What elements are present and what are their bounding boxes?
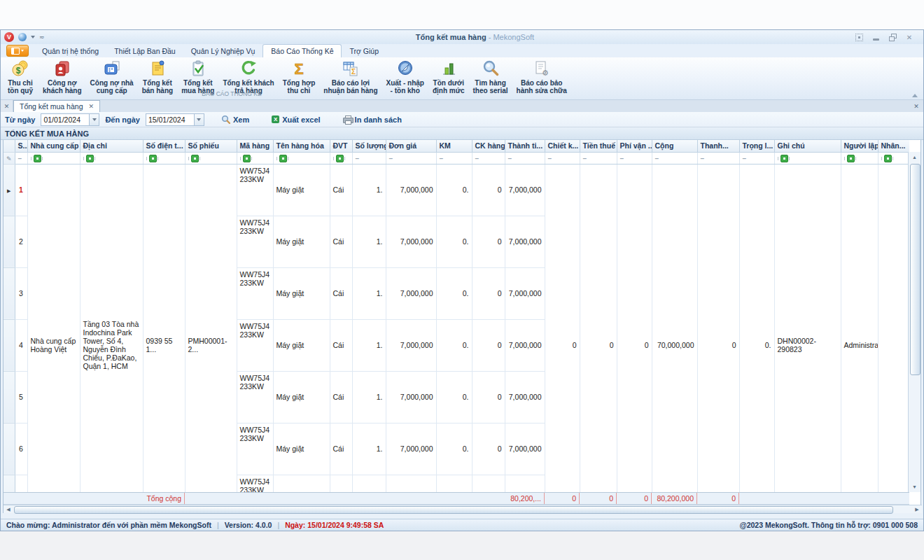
filter-cell-dvt[interactable] xyxy=(330,152,352,164)
cell-km[interactable]: 0. xyxy=(436,216,472,267)
scroll-up-icon[interactable]: ▲ xyxy=(909,152,920,162)
cell-ten-hang-hoa[interactable]: Máy giặt xyxy=(273,216,330,267)
cell-stt[interactable]: 2 xyxy=(15,216,27,267)
cell-thanh-toan[interactable]: 0 xyxy=(697,164,739,492)
cell-ck-hang[interactable]: 0 xyxy=(472,216,505,267)
scroll-left-icon[interactable]: ◀ xyxy=(4,505,13,513)
cell-ck-hang[interactable]: 0 xyxy=(472,371,505,423)
filter-cell-ma-hang[interactable] xyxy=(237,152,273,164)
cell-phi-van-chuyen[interactable]: 0 xyxy=(617,164,652,492)
filter-cell-chiet-khau[interactable]: – xyxy=(545,152,580,164)
cell-so-luong[interactable]: 1. xyxy=(352,475,386,492)
cell-ma-hang[interactable]: WW75J4233KW xyxy=(237,164,273,216)
column-header-dia-chi[interactable]: Địa chỉ xyxy=(80,140,143,152)
horizontal-scroll-thumb[interactable] xyxy=(14,506,893,514)
filter-cell-thanh-toan[interactable]: – xyxy=(697,152,739,164)
ribbon-button-inventory-compass[interactable]: Xuất - nhập - tồn kho xyxy=(382,57,428,94)
cell-ten-hang-hoa[interactable]: Máy giặt xyxy=(273,319,330,371)
print-list-button[interactable]: In danh sách xyxy=(340,115,405,124)
column-header-ma-hang[interactable]: Mã hàng xyxy=(237,140,273,152)
export-excel-button[interactable]: X Xuất excel xyxy=(269,115,323,124)
filter-cell-ten-hang-hoa[interactable] xyxy=(273,152,330,164)
minimize-button[interactable] xyxy=(872,33,880,41)
cell-ma-hang[interactable]: WW75J4233KW xyxy=(237,267,273,319)
cell-ma-hang[interactable]: WW75J4233KW xyxy=(237,423,273,475)
column-header-nhan-vien[interactable]: Nhân... xyxy=(878,140,909,152)
ribbon-tab-thiết-lập-ban-đầu[interactable]: Thiết Lập Ban Đầu xyxy=(106,45,183,57)
cell-don-gia[interactable]: 7,000,000 xyxy=(386,216,436,267)
to-date-input[interactable] xyxy=(146,115,194,124)
cell-ck-hang[interactable]: 0 xyxy=(472,475,505,492)
cell-stt[interactable]: 7 xyxy=(15,475,27,492)
close-tab-button[interactable]: ✕ xyxy=(1,100,13,112)
ribbon-tab-trợ-giúp[interactable]: Trợ Giúp xyxy=(342,45,386,57)
row-indicator[interactable] xyxy=(4,423,15,475)
cell-so-luong[interactable]: 1. xyxy=(352,164,386,216)
filter-cell-nguoi-lap[interactable] xyxy=(841,152,878,164)
filter-cell-tien-thue[interactable]: – xyxy=(580,152,617,164)
cell-so-luong[interactable]: 1. xyxy=(352,319,386,371)
column-header-chiet-khau[interactable]: Chiết k... xyxy=(545,140,580,152)
row-indicator[interactable] xyxy=(4,216,15,267)
cell-ck-hang[interactable]: 0 xyxy=(472,319,505,371)
column-header-so-luong[interactable]: Số lượng xyxy=(352,140,386,152)
cell-stt[interactable]: 6 xyxy=(15,423,27,475)
cell-so-luong[interactable]: 1. xyxy=(352,216,386,267)
cell-don-gia[interactable]: 7,000,000 xyxy=(386,475,436,492)
cell-stt[interactable]: 3 xyxy=(15,267,27,319)
ribbon-button-bar-chart[interactable]: Tồn dưới định mức xyxy=(428,57,469,94)
cell-so-luong[interactable]: 1. xyxy=(352,423,386,475)
column-header-thanh-toan[interactable]: Thanh... xyxy=(697,140,739,152)
cell-thanh-tien[interactable]: 7,000,000 xyxy=(505,267,545,319)
column-header-ten-hang-hoa[interactable]: Tên hàng hóa xyxy=(273,140,330,152)
cell-don-gia[interactable]: 7,000,000 xyxy=(386,267,436,319)
filter-cell-cong[interactable]: – xyxy=(652,152,697,164)
ribbon-tab-quản-lý-nghiệp-vụ[interactable]: Quản Lý Nghiệp Vụ xyxy=(183,45,263,57)
cell-thanh-tien[interactable]: 7,000,000 xyxy=(505,216,545,267)
row-indicator[interactable] xyxy=(4,475,15,492)
cell-tien-thue[interactable]: 0 xyxy=(580,164,617,492)
to-date-dropdown-button[interactable] xyxy=(194,114,204,125)
filter-cell-nhan-vien[interactable] xyxy=(878,152,909,164)
cell-so-luong[interactable]: 1. xyxy=(352,371,386,423)
column-header-phi-van-chuyen[interactable]: Phí vận ... xyxy=(617,140,652,152)
filter-cell-thanh-tien[interactable]: – xyxy=(505,152,545,164)
tab-close-icon[interactable]: ✕ xyxy=(88,103,94,110)
cell-trong-luong[interactable]: 0. xyxy=(739,164,774,492)
filter-cell-ck-hang[interactable]: – xyxy=(472,152,505,164)
column-header-cong[interactable]: Cộng xyxy=(652,140,697,152)
row-indicator[interactable] xyxy=(4,267,15,319)
cell-so-dien-thoai[interactable]: 0939 55 1... xyxy=(143,164,185,492)
cell-ck-hang[interactable]: 0 xyxy=(472,267,505,319)
cell-dvt[interactable]: Cái xyxy=(330,216,352,267)
column-header-nha-cung-cap[interactable]: Nhà cung cấp xyxy=(27,140,80,152)
user-orb-icon[interactable] xyxy=(18,33,27,41)
cell-ck-hang[interactable]: 0 xyxy=(472,164,505,216)
cell-thanh-tien[interactable]: 7,000,000 xyxy=(505,423,545,475)
filter-cell-trong-luong[interactable]: – xyxy=(739,152,774,164)
cell-ma-hang[interactable]: WW75J4233KW xyxy=(237,319,273,371)
cell-thanh-tien[interactable]: 7,000,000 xyxy=(505,475,545,492)
column-header-ck-hang[interactable]: CK hàng xyxy=(472,140,505,152)
cell-ma-hang[interactable]: WW75J4233KW xyxy=(237,475,273,492)
view-button[interactable]: Xem xyxy=(218,115,252,124)
column-header-so-phieu[interactable]: Số phiếu xyxy=(185,140,237,152)
cell-km[interactable]: 0. xyxy=(436,164,472,216)
ribbon-button-supplier-debt[interactable]: Công nợ nhà cung cấp xyxy=(86,57,138,94)
fullscreen-button[interactable] xyxy=(855,33,863,41)
vertical-scrollbar[interactable]: ▲ ▼ xyxy=(908,152,920,492)
cell-dia-chi[interactable]: Tầng 03 Tòa nhà Indochina Park Tower, Số… xyxy=(80,164,143,492)
cell-nha-cung-cap[interactable]: Nhà cung cấp Hoàng Việt xyxy=(27,164,80,492)
cell-don-gia[interactable]: 7,000,000 xyxy=(386,371,436,423)
cell-don-gia[interactable]: 7,000,000 xyxy=(386,319,436,371)
cell-don-gia[interactable]: 7,000,000 xyxy=(386,423,436,475)
ribbon-button-sigma[interactable]: ΣTổng hợp thu chi xyxy=(279,57,320,94)
ribbon-collapse-icon[interactable] xyxy=(912,94,918,97)
cell-nhan-vien[interactable] xyxy=(878,164,909,492)
cell-don-gia[interactable]: 7,000,000 xyxy=(386,164,436,216)
cell-chiet-khau[interactable]: 0 xyxy=(545,164,580,492)
cell-stt[interactable]: 4 xyxy=(15,319,27,371)
cell-ma-hang[interactable]: WW75J4233KW xyxy=(237,216,273,267)
row-indicator[interactable] xyxy=(4,319,15,371)
orb-dropdown-icon[interactable] xyxy=(31,36,35,38)
